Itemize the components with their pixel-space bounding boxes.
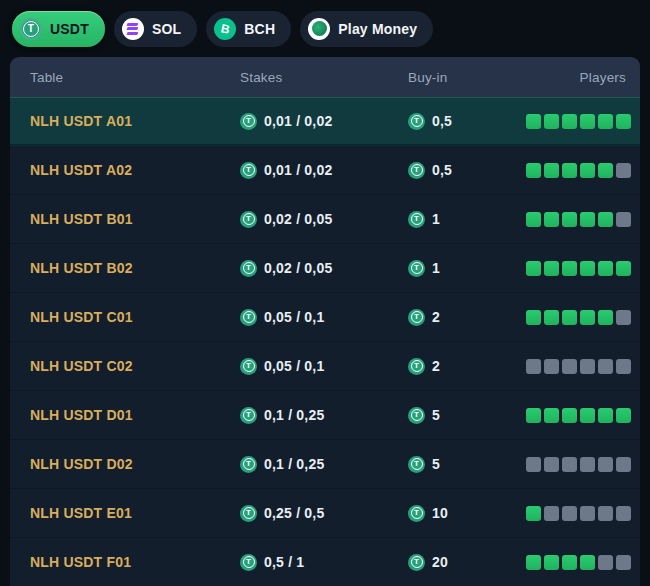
tab-play-money-label: Play Money xyxy=(338,21,417,37)
seat-filled xyxy=(580,408,595,423)
table-row[interactable]: NLH USDT F01 T 0,5 / 1 T 20 xyxy=(10,538,640,586)
table-name: NLH USDT F01 xyxy=(30,554,240,570)
seat-filled xyxy=(580,555,595,570)
seat-empty xyxy=(616,212,631,227)
table-stakes: T 0,05 / 0,1 xyxy=(240,358,408,375)
tab-bch[interactable]: B BCH xyxy=(206,11,291,47)
seat-empty xyxy=(616,506,631,521)
tether-icon: T xyxy=(408,554,425,571)
seat-empty xyxy=(598,555,613,570)
table-name: NLH USDT A02 xyxy=(30,162,240,178)
tether-icon: T xyxy=(240,113,257,130)
table-row[interactable]: NLH USDT D02 T 0,1 / 0,25 T 5 xyxy=(10,440,640,489)
tab-sol-label: SOL xyxy=(152,21,181,37)
players-seat-indicator xyxy=(526,555,631,570)
tab-sol[interactable]: SOL xyxy=(114,11,197,47)
table-stakes: T 0,01 / 0,02 xyxy=(240,113,408,130)
seat-filled xyxy=(562,408,577,423)
seat-filled xyxy=(526,114,541,129)
tether-icon: T xyxy=(240,162,257,179)
table-buyin: T 5 xyxy=(408,456,526,473)
table-row[interactable]: NLH USDT A02 T 0,01 / 0,02 T 0,5 xyxy=(10,146,640,195)
table-buyin: T 5 xyxy=(408,407,526,424)
seat-empty xyxy=(580,359,595,374)
players-seat-indicator xyxy=(526,261,631,276)
seat-filled xyxy=(526,212,541,227)
tether-icon: T xyxy=(240,211,257,228)
seat-filled xyxy=(598,163,613,178)
tether-icon: T xyxy=(408,113,425,130)
seat-empty xyxy=(616,457,631,472)
seat-empty xyxy=(616,555,631,570)
seat-filled xyxy=(598,212,613,227)
table-row[interactable]: NLH USDT C02 T 0,05 / 0,1 T 2 xyxy=(10,342,640,391)
seat-filled xyxy=(526,408,541,423)
seat-empty xyxy=(598,506,613,521)
seat-empty xyxy=(562,506,577,521)
table-row[interactable]: NLH USDT C01 T 0,05 / 0,1 T 2 xyxy=(10,293,640,342)
seat-filled xyxy=(544,555,559,570)
seat-filled xyxy=(544,408,559,423)
currency-tabbar: T USDT SOL B BCH Play Money xyxy=(0,0,650,57)
seat-filled xyxy=(526,261,541,276)
players-seat-indicator xyxy=(526,457,631,472)
table-stakes: T 0,02 / 0,05 xyxy=(240,211,408,228)
table-name: NLH USDT C02 xyxy=(30,358,240,374)
tether-icon: T xyxy=(408,358,425,375)
tether-icon: T xyxy=(240,407,257,424)
seat-empty xyxy=(544,359,559,374)
table-row[interactable]: NLH USDT A01 T 0,01 / 0,02 T 0,5 xyxy=(10,97,640,146)
tether-icon: T xyxy=(408,211,425,228)
seat-filled xyxy=(562,310,577,325)
tether-icon: T xyxy=(408,407,425,424)
tab-usdt[interactable]: T USDT xyxy=(12,11,105,47)
players-seat-indicator xyxy=(526,506,631,521)
seat-filled xyxy=(544,114,559,129)
seat-empty xyxy=(544,457,559,472)
players-seat-indicator xyxy=(526,310,631,325)
seat-empty xyxy=(580,506,595,521)
tether-icon: T xyxy=(240,554,257,571)
table-name: NLH USDT A01 xyxy=(30,113,240,129)
seat-filled xyxy=(526,163,541,178)
seat-empty xyxy=(544,506,559,521)
table-buyin: T 0,5 xyxy=(408,162,526,179)
tab-bch-label: BCH xyxy=(244,21,275,37)
play-money-coin-icon xyxy=(308,18,330,40)
seat-empty xyxy=(526,457,541,472)
seat-filled xyxy=(562,163,577,178)
seat-empty xyxy=(562,359,577,374)
tab-usdt-label: USDT xyxy=(50,21,89,37)
table-stakes: T 0,02 / 0,05 xyxy=(240,260,408,277)
table-row[interactable]: NLH USDT E01 T 0,25 / 0,5 T 10 xyxy=(10,489,640,538)
seat-filled xyxy=(562,114,577,129)
table-buyin: T 1 xyxy=(408,260,526,277)
tether-icon: T xyxy=(408,505,425,522)
seat-filled xyxy=(526,506,541,521)
table-buyin: T 0,5 xyxy=(408,113,526,130)
table-stakes: T 0,01 / 0,02 xyxy=(240,162,408,179)
seat-empty xyxy=(616,359,631,374)
seat-filled xyxy=(580,114,595,129)
table-name: NLH USDT B02 xyxy=(30,260,240,276)
table-name: NLH USDT D01 xyxy=(30,407,240,423)
table-row[interactable]: NLH USDT B02 T 0,02 / 0,05 T 1 xyxy=(10,244,640,293)
seat-filled xyxy=(580,261,595,276)
table-row[interactable]: NLH USDT D01 T 0,1 / 0,25 T 5 xyxy=(10,391,640,440)
seat-filled xyxy=(598,310,613,325)
table-stakes: T 0,25 / 0,5 xyxy=(240,505,408,522)
solana-coin-icon xyxy=(122,18,144,40)
seat-filled xyxy=(580,163,595,178)
seat-filled xyxy=(616,408,631,423)
tether-icon: T xyxy=(408,162,425,179)
seat-filled xyxy=(580,310,595,325)
seat-filled xyxy=(598,408,613,423)
tab-play-money[interactable]: Play Money xyxy=(300,11,433,47)
table-row[interactable]: NLH USDT B01 T 0,02 / 0,05 T 1 xyxy=(10,195,640,244)
tether-icon: T xyxy=(240,358,257,375)
table-buyin: T 10 xyxy=(408,505,526,522)
table-rows-container: NLH USDT A01 T 0,01 / 0,02 T 0,5 NLH USD… xyxy=(10,97,640,586)
players-seat-indicator xyxy=(526,163,631,178)
column-header-players: Players xyxy=(526,70,626,85)
seat-filled xyxy=(580,212,595,227)
